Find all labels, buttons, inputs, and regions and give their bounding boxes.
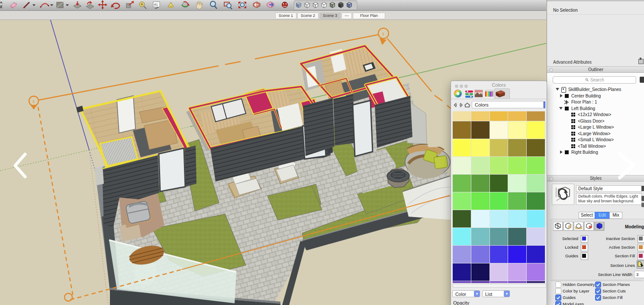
svg-text:A1: A1	[154, 3, 158, 6]
svg-text:1: 1	[382, 32, 384, 36]
svg-text:1: 1	[32, 99, 35, 104]
